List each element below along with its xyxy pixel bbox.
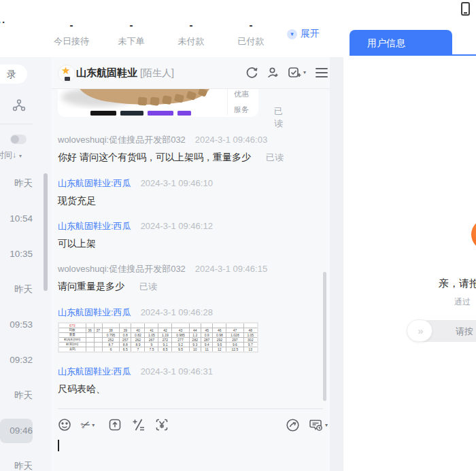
add-contact-icon[interactable] (267, 66, 279, 79)
sort-by-time-control[interactable]: 时间↓▾ (0, 150, 22, 161)
message-text: 请问重量是多少 (58, 281, 124, 292)
read-status: 已读 (139, 281, 157, 292)
list-item[interactable]: 昨天 (0, 378, 33, 413)
list-item[interactable]: 10:35 (0, 237, 33, 272)
empty-state-subtitle: 通过 (454, 296, 471, 308)
read-status: 已读 (274, 105, 283, 130)
stat-today-reception: - 今日接待 (41, 19, 101, 48)
slider-hint-text: 请按 (456, 326, 473, 338)
drag-slider-knob[interactable]: » (407, 319, 432, 342)
message-time: 2024-3-1 09:46:10 (141, 178, 213, 188)
badge-dark (120, 111, 143, 116)
product-card[interactable]: 优惠 服务 (58, 89, 258, 117)
message-text: 现货充足 (58, 195, 96, 206)
expand-label: 展开 (301, 28, 320, 40)
org-structure-icon[interactable] (12, 99, 26, 111)
stat-unpaid: - 未付款 (161, 19, 221, 48)
list-item[interactable]: 昨天 (0, 272, 33, 307)
overflow-dots: ·· (0, 16, 6, 28)
stat-value: - (221, 19, 281, 31)
list-item[interactable]: 09:32 (0, 343, 33, 378)
add-task-checkbox-icon[interactable]: ▾ (288, 66, 306, 79)
stat-value: - (101, 19, 161, 31)
user-info-panel: 用户信息 亲，请拖 通过 请按 » (343, 0, 476, 471)
stat-no-order: - 未下单 (101, 19, 161, 48)
stat-label: 未下单 (101, 35, 161, 48)
avatar-detail (65, 77, 70, 81)
filter-toggle[interactable] (10, 135, 27, 144)
service-label: 服务 (234, 105, 252, 115)
chat-message: 山东航固鞋业:西瓜2024-3-1 09:46:10 现货充足 (58, 177, 327, 207)
chat-message: 山东航固鞋业:西瓜2024-3-1 09:46:12 可以上架 (58, 220, 327, 250)
text-cursor (58, 440, 59, 451)
sidebar-scrollbar[interactable] (44, 173, 48, 291)
badge-purple (177, 111, 191, 116)
sender-name-link[interactable]: 山东航固鞋业:西瓜 (58, 366, 131, 377)
chat-message: woloveshuqi:促佳搜品开发部0322024-3-1 09:46:03 … (58, 133, 327, 164)
card-badges (90, 111, 195, 116)
message-text: 你好 请问这个有货吗，可以上架吗，重量多少 (58, 152, 251, 162)
chevron-down-icon: ▾ (303, 69, 306, 75)
message-text: 可以上架 (58, 238, 96, 249)
chat-header: ★ 山东航固鞋业[陌生人] (51, 57, 330, 89)
list-item[interactable]: 昨天 (0, 449, 33, 471)
size-chart-table[interactable]: 679码数36373839404142434445464748重量0.7950.… (58, 322, 258, 353)
message-input[interactable] (51, 428, 330, 471)
product-card-wrap: 优惠 服务 已读 (58, 89, 258, 117)
chat-message: 山东航固鞋业:西瓜2024-3-1 09:46:31 尺码表哈、 (58, 365, 327, 396)
conversation-sidebar: 录 时间↓▾ 昨天 10:54 10:35 昨天 09:53 09:32 昨天 … (0, 57, 51, 471)
sender-name: woloveshuqi:促佳搜品开发部032 (58, 264, 186, 274)
list-item[interactable]: 昨天 (0, 166, 33, 201)
chevron-down-icon: ▾ (19, 153, 22, 159)
relation-tag: [陌生人] (140, 67, 174, 78)
illustration-orange-circle (471, 219, 476, 250)
stat-paid: - 已付款 (221, 19, 281, 48)
message-time: 2024-3-1 09:46:03 (195, 135, 267, 145)
avatar[interactable]: ★ (58, 65, 75, 82)
badge-purple (148, 111, 173, 116)
message-text: 尺码表哈、 (58, 383, 105, 394)
stat-value: - (161, 19, 221, 31)
chat-message: 山东航固鞋业:西瓜2024-3-1 09:46:28 679码数36373839… (58, 306, 327, 353)
message-time: 2024-3-1 09:46:12 (141, 221, 213, 231)
stat-label: 未付款 (161, 35, 221, 48)
chat-header-actions: ▾ (237, 66, 328, 79)
panel-gap (330, 57, 343, 471)
sender-name-link[interactable]: 山东航固鞋业:西瓜 (58, 221, 131, 231)
shop-name: 山东航固鞋业 (76, 67, 137, 78)
stats-row: - 今日接待 - 未下单 - 未付款 - 已付款 (41, 19, 281, 48)
message-scroll-area: 优惠 服务 已读 woloveshuqi:促佳搜品开发部0322024-3-1 … (58, 89, 327, 396)
chat-message: woloveshuqi:促佳搜品开发部0322024-3-1 09:46:15 … (58, 262, 327, 294)
message-time: 2024-3-1 09:46:28 (141, 307, 213, 317)
chat-panel: ★ 山东航固鞋业[陌生人] (51, 57, 330, 471)
page-title: 山东航固鞋业[陌生人] (76, 67, 174, 80)
card-service-labels: 优惠 服务 (227, 89, 252, 115)
user-info-body: 亲，请拖 通过 请按 » (343, 56, 476, 471)
chat-scrollbar[interactable] (323, 272, 326, 401)
tab-user-info[interactable]: 用户信息 (350, 30, 452, 56)
list-item[interactable]: 09:53 (0, 307, 33, 343)
empty-state-title: 亲，请拖 (439, 277, 476, 290)
message-time: 2024-3-1 09:46:15 (195, 264, 267, 274)
search-input[interactable]: 录 (0, 65, 27, 84)
sender-name-link[interactable]: 山东航固鞋业:西瓜 (58, 178, 131, 188)
sender-name-link[interactable]: 山东航固鞋业:西瓜 (58, 307, 131, 317)
badge-dark (90, 111, 116, 116)
list-item[interactable]: 10:54 (0, 201, 33, 237)
refresh-icon[interactable] (245, 66, 258, 79)
expand-button[interactable]: ▾ 展开 (287, 28, 320, 40)
conversation-list: 昨天 10:54 10:35 昨天 09:53 09:32 昨天 09:46 昨… (0, 166, 41, 471)
sender-name: woloveshuqi:促佳搜品开发部032 (58, 135, 186, 145)
promo-label: 优惠 (234, 89, 252, 99)
app-window: ·· - 今日接待 - 未下单 - 未付款 - 已付款 ▾ 展开 (0, 0, 476, 471)
stat-label: 今日接待 (41, 35, 101, 48)
star-icon: ★ (61, 65, 70, 77)
list-item-selected[interactable]: 09:46 (0, 419, 33, 443)
stat-value: - (41, 19, 101, 31)
stat-label: 已付款 (221, 35, 281, 48)
message-time: 2024-3-1 09:46:31 (141, 366, 213, 377)
sidebar-divider (0, 124, 33, 124)
read-status: 已读 (266, 152, 284, 162)
menu-icon[interactable] (316, 68, 328, 77)
sort-label: 时间↓ (0, 150, 16, 160)
